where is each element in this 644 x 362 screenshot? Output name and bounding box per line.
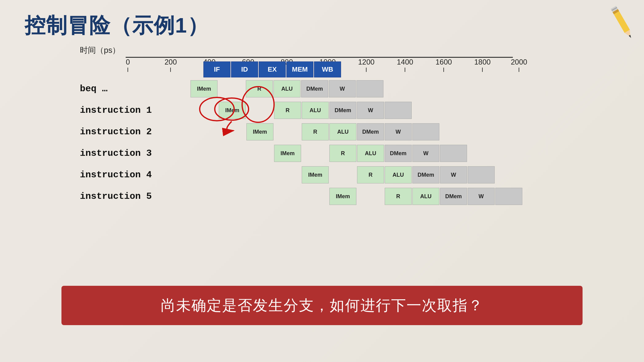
instr-row-3: instruction 3 IMem R ALU DMem W [80, 144, 523, 163]
cell-2-alu: ALU [329, 123, 356, 140]
cell-beq-end [356, 80, 383, 97]
cell-1-r: R [274, 102, 301, 119]
cell-1-dmem: DMem [329, 102, 356, 119]
cell-beq-r: R [246, 80, 273, 97]
cell-2-empty [274, 123, 301, 140]
instr-row-1: instruction 1 IMem R ALU DMem W [80, 101, 523, 120]
timeline-unit: 时间（ps） [80, 45, 120, 56]
cell-2-end [412, 123, 439, 140]
cell-5-w: W [468, 188, 495, 205]
cell-4-end [468, 166, 495, 183]
cell-3-alu: ALU [357, 145, 384, 162]
cell-beq-imem: IMem [190, 80, 218, 97]
cell-5-end [495, 188, 522, 205]
cell-4-dmem: DMem [412, 166, 439, 183]
cell-2-r: R [302, 123, 329, 140]
cell-2-imem: IMem [246, 123, 273, 140]
cell-3-imem: IMem [274, 145, 301, 162]
header-wb: WB [314, 61, 341, 77]
cell-5-empty [357, 188, 384, 205]
pipeline-header-row: IF ID EX MEM WB [203, 61, 523, 77]
cell-3-r: R [329, 145, 356, 162]
pipeline-area: IF ID EX MEM WB beq … IMem R ALU DMem W … [80, 61, 523, 208]
bottom-banner: 尚未确定是否发生分支，如何进行下一次取指？ [61, 286, 583, 325]
cell-2-w: W [385, 123, 412, 140]
cell-1-w: W [357, 102, 384, 119]
cell-4-alu: ALU [385, 166, 412, 183]
header-id: ID [231, 61, 258, 77]
instr-label-3: instruction 3 [80, 148, 190, 159]
cell-4-w: W [440, 166, 467, 183]
instr-row-4: instruction 4 IMem R ALU DMem W [80, 165, 523, 184]
instr-row-beq: beq … IMem R ALU DMem W [80, 79, 523, 98]
cell-1-end [385, 102, 412, 119]
cell-5-r: R [385, 188, 412, 205]
cell-1-alu: ALU [302, 102, 329, 119]
instr-label-beq: beq … [80, 84, 190, 94]
cell-4-empty [329, 166, 356, 183]
cell-5-dmem: DMem [440, 188, 467, 205]
cell-beq-dmem: DMem [301, 80, 328, 97]
timeline-header: 时间（ps） 0 200 400 600 800 [80, 42, 513, 58]
cell-3-empty [302, 145, 329, 162]
instr-label-2: instruction 2 [80, 127, 190, 137]
cell-5-imem: IMem [329, 188, 356, 205]
instr-label-4: instruction 4 [80, 170, 190, 180]
instr-row-2: instruction 2 IMem R ALU DMem W [80, 122, 523, 141]
cell-5-alu: ALU [412, 188, 439, 205]
cell-3-dmem: DMem [385, 145, 412, 162]
cell-beq-w: W [329, 80, 356, 97]
instr-label-5: instruction 5 [80, 191, 190, 202]
header-mem: MEM [286, 61, 313, 77]
cell-beq-empty [218, 80, 245, 97]
cell-beq-alu: ALU [273, 80, 300, 97]
cell-2-dmem: DMem [357, 123, 384, 140]
header-ex: EX [259, 61, 286, 77]
banner-text: 尚未确定是否发生分支，如何进行下一次取指？ [161, 297, 483, 313]
cell-4-r: R [357, 166, 384, 183]
page-title: 控制冒险（示例1） [25, 12, 209, 40]
cell-1-imem: IMem [219, 102, 246, 119]
cell-3-end [440, 145, 467, 162]
cell-4-imem: IMem [302, 166, 329, 183]
pencil-decoration [552, 0, 644, 49]
cell-1-empty [246, 102, 273, 119]
cell-3-w: W [412, 145, 439, 162]
header-if: IF [203, 61, 230, 77]
instr-label-1: instruction 1 [80, 105, 190, 116]
instr-row-5: instruction 5 IMem R ALU DMem W [80, 187, 523, 206]
